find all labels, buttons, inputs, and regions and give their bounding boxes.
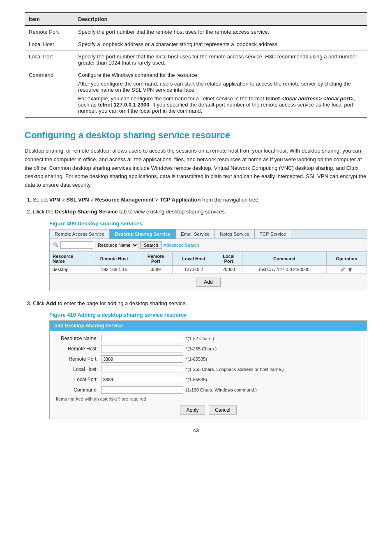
- page-number: 43: [25, 427, 367, 433]
- step-2: Click the Desktop Sharing Service tab to…: [33, 208, 367, 216]
- search-row: 🔍 Resource Name Search Advanced Search: [50, 239, 367, 252]
- form-body: Resource Name: *(1-32 Chars.) Remote Hos…: [50, 331, 367, 419]
- form-row-remote-host: Remote Host: *(1-255 Chars.): [56, 345, 361, 352]
- step-1: Select VPN > SSL VPN > Resource Manageme…: [33, 196, 367, 204]
- col-remote-port: RemotePort: [139, 252, 172, 265]
- cell-local-host: 127.0.0.2: [172, 265, 215, 273]
- cell-command: mstsc /v:127.0.0.2:20000: [242, 265, 326, 273]
- hint-remote-port: *(1-65535): [186, 357, 207, 362]
- table-row: Local Host Specify a loopback address or…: [25, 38, 367, 51]
- desc-command: Configure the Windows command for the re…: [74, 69, 367, 118]
- table-row: Local Port Specify the port number that …: [25, 51, 367, 69]
- add-btn-area: Add: [50, 273, 367, 291]
- apply-button[interactable]: Apply: [180, 406, 205, 415]
- desc-local-host: Specify a loopback address or a characte…: [74, 38, 367, 51]
- item-local-port: Local Port: [25, 51, 74, 69]
- form-row-local-host: Local Host: *(1-255 Chars. Loopback addr…: [56, 366, 361, 373]
- cell-remote-port: 3389: [139, 265, 172, 273]
- advanced-search-link[interactable]: Advanced Search: [164, 243, 199, 248]
- label-resource-name: Resource Name:: [56, 336, 101, 341]
- table-row: Remote Port Specify the port number that…: [25, 25, 367, 38]
- table-row: Command Configure the Windows command fo…: [25, 69, 367, 118]
- label-command: Command:: [56, 387, 101, 393]
- col-local-host: Local Host: [172, 252, 215, 265]
- figure409-label: Figure 409 Desktop sharing services: [49, 220, 367, 227]
- desc-remote-port: Specify the port number that the remote …: [74, 25, 367, 38]
- step3-list: Click Add to enter the page for adding a…: [33, 299, 367, 308]
- form-row-remote-port: Remote Port: *(1-65535): [56, 355, 361, 363]
- input-command[interactable]: [101, 386, 183, 394]
- search-button[interactable]: Search: [140, 241, 162, 249]
- tab-notes[interactable]: Notes Service: [215, 229, 255, 239]
- step-3: Click Add to enter the page for adding a…: [33, 299, 367, 308]
- info-table: Item Description Remote Port Specify the…: [25, 12, 367, 118]
- col-remote-host: Remote Host: [89, 252, 139, 265]
- col-resource-name: ResourceName: [50, 252, 89, 265]
- form-row-resource-name: Resource Name: *(1-32 Chars.): [56, 335, 361, 342]
- tab-remote-access[interactable]: Remote Access Service: [50, 229, 110, 239]
- form-row-command: Command: (1-160 Chars. Windows command.): [56, 386, 361, 394]
- hint-resource-name: *(1-32 Chars.): [186, 336, 214, 341]
- figure410-label: Figure 410 Adding a desktop sharing serv…: [49, 312, 367, 318]
- item-local-host: Local Host: [25, 38, 74, 51]
- label-local-port: Local Port:: [56, 377, 101, 382]
- item-remote-port: Remote Port: [25, 25, 74, 38]
- tab-bar: Remote Access Service Desktop Sharing Se…: [50, 229, 367, 239]
- delete-icon[interactable]: 🗑: [348, 267, 353, 272]
- item-command: Command: [25, 69, 74, 118]
- add-button[interactable]: Add: [196, 278, 220, 287]
- col-header-item: Item: [25, 13, 74, 25]
- hint-command: (1-160 Chars. Windows command.): [186, 387, 257, 392]
- search-field-select[interactable]: Resource Name: [95, 241, 138, 249]
- input-remote-port[interactable]: [101, 355, 183, 363]
- tab-email[interactable]: Email Service: [176, 229, 215, 239]
- label-remote-port: Remote Port:: [56, 356, 101, 362]
- search-icon: 🔍: [53, 242, 59, 248]
- intro-text: Desktop sharing, or remote desktop, allo…: [25, 147, 367, 190]
- col-operation: Operation: [326, 252, 367, 265]
- cell-local-port: 20000: [215, 265, 242, 273]
- search-input[interactable]: [60, 241, 93, 249]
- input-local-port[interactable]: [101, 376, 183, 383]
- figure409-screenshot: Remote Access Service Desktop Sharing Se…: [49, 229, 367, 291]
- tab-tcp[interactable]: TCP Service: [255, 229, 291, 239]
- section-title: Configuring a desktop sharing service re…: [25, 130, 367, 141]
- cell-remote-host: 192.168.1.15: [89, 265, 139, 273]
- figure410-screenshot: Add Desktop Sharing Service Resource Nam…: [49, 320, 367, 419]
- label-remote-host: Remote Host:: [56, 346, 101, 352]
- table-row: desktop 192.168.1.15 3389 127.0.0.2 2000…: [50, 265, 367, 273]
- input-remote-host[interactable]: [101, 345, 183, 352]
- desc-local-port: Specify the port number that the local h…: [74, 51, 367, 69]
- input-local-host[interactable]: [101, 366, 183, 373]
- col-local-port: LocalPort: [215, 252, 242, 265]
- form-row-local-port: Local Port: *(1-65535): [56, 376, 361, 383]
- form-note: Items marked with an asterisk(*) are req…: [56, 396, 361, 401]
- steps-list: Select VPN > SSL VPN > Resource Manageme…: [33, 196, 367, 216]
- form-footer-buttons: Apply Cancel: [56, 406, 361, 415]
- data-table: ResourceName Remote Host RemotePort Loca…: [50, 252, 367, 273]
- col-command: Command: [242, 252, 326, 265]
- tab-desktop-sharing[interactable]: Desktop Sharing Service: [110, 229, 176, 239]
- cancel-button[interactable]: Cancel: [209, 406, 236, 415]
- input-resource-name[interactable]: [101, 335, 183, 342]
- col-header-description: Description: [74, 13, 367, 25]
- edit-icon[interactable]: 🖊: [341, 267, 345, 272]
- hint-local-host: *(1-255 Chars. Loopback address or host …: [186, 367, 284, 372]
- form-title-bar: Add Desktop Sharing Service: [50, 321, 367, 331]
- hint-local-port: *(1-65535): [186, 377, 207, 382]
- label-local-host: Local Host:: [56, 366, 101, 372]
- hint-remote-host: *(1-255 Chars.): [186, 346, 217, 351]
- cell-operation[interactable]: 🖊 🗑: [326, 265, 367, 273]
- cell-resource-name: desktop: [50, 265, 89, 273]
